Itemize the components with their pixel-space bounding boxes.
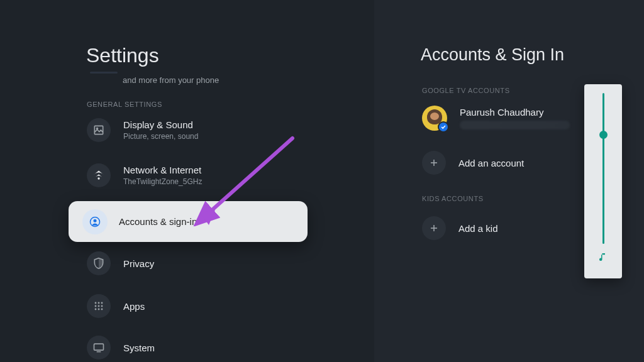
svg-rect-0 xyxy=(94,126,103,134)
svg-point-9 xyxy=(98,305,100,307)
plus-icon xyxy=(422,216,446,240)
page-title: Settings xyxy=(86,44,159,67)
settings-item-network[interactable]: Network & Internet TheTwilightZone_5GHz xyxy=(87,163,301,187)
account-email-redacted xyxy=(460,121,570,129)
settings-panel: Settings and more from your phone GENERA… xyxy=(0,0,374,362)
volume-track[interactable] xyxy=(602,93,604,244)
section-header-kids-accounts: KIDS ACCOUNTS xyxy=(422,195,484,202)
plus-icon xyxy=(422,151,446,175)
svg-point-1 xyxy=(97,128,98,129)
item-title: Add an account xyxy=(458,158,524,168)
image-icon xyxy=(87,118,111,142)
add-account-button[interactable]: Add an account xyxy=(422,151,524,175)
item-title: Display & Sound xyxy=(123,119,198,130)
svg-point-2 xyxy=(97,177,99,179)
item-title: Network & Internet xyxy=(123,165,202,175)
active-check-icon xyxy=(438,121,449,133)
account-name: Paurush Chaudhary xyxy=(460,107,570,118)
settings-item-apps[interactable]: Apps xyxy=(87,294,301,318)
previous-item-subtext: and more from your phone xyxy=(123,75,219,85)
svg-point-4 xyxy=(94,219,97,222)
partial-previous-item-indicator xyxy=(90,72,118,74)
volume-thumb[interactable] xyxy=(599,131,608,139)
detail-title: Accounts & Sign In xyxy=(421,45,564,65)
avatar xyxy=(422,106,447,131)
item-title: System xyxy=(123,343,155,353)
svg-point-10 xyxy=(101,305,103,307)
settings-item-privacy[interactable]: Privacy xyxy=(87,251,301,275)
svg-point-6 xyxy=(98,302,100,304)
item-subtitle: TheTwilightZone_5GHz xyxy=(123,177,202,186)
svg-point-8 xyxy=(95,305,97,307)
svg-point-11 xyxy=(95,309,97,310)
music-note-icon xyxy=(597,251,609,265)
wifi-icon xyxy=(87,163,111,187)
item-title: Accounts & sign-in xyxy=(119,216,197,227)
apps-grid-icon xyxy=(87,294,111,318)
account-icon xyxy=(82,209,108,234)
accounts-panel: Accounts & Sign In GOOGLE TV ACCOUNTS Pa… xyxy=(374,0,644,362)
item-title: Privacy xyxy=(123,258,154,269)
svg-rect-14 xyxy=(94,344,104,350)
settings-item-system[interactable]: System xyxy=(87,336,301,359)
section-header-general: GENERAL SETTINGS xyxy=(87,101,162,108)
settings-item-accounts-signin[interactable]: Accounts & sign-in xyxy=(69,201,308,242)
item-subtitle: Picture, screen, sound xyxy=(123,132,198,141)
item-title: Add a kid xyxy=(458,223,498,234)
add-kid-button[interactable]: Add a kid xyxy=(422,216,498,240)
item-title: Apps xyxy=(123,301,145,312)
svg-point-13 xyxy=(101,309,103,310)
settings-item-display-sound[interactable]: Display & Sound Picture, screen, sound xyxy=(87,118,301,142)
volume-slider-panel[interactable] xyxy=(584,84,622,278)
shield-icon xyxy=(87,251,111,275)
svg-point-7 xyxy=(101,302,103,304)
section-header-google-accounts: GOOGLE TV ACCOUNTS xyxy=(422,87,510,94)
svg-point-5 xyxy=(95,302,97,304)
account-entry[interactable]: Paurush Chaudhary xyxy=(422,106,570,131)
tv-icon xyxy=(87,336,111,359)
svg-point-12 xyxy=(98,309,100,310)
